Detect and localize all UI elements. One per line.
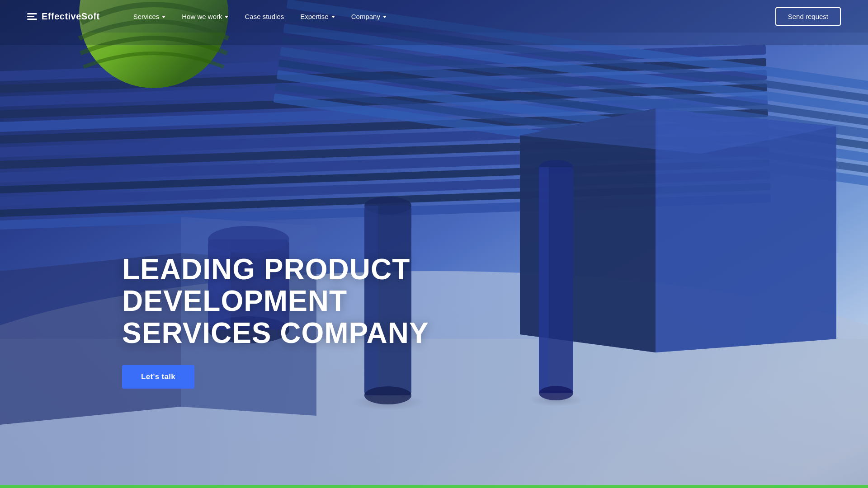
hero-title-line2: SERVICES COMPANY xyxy=(122,317,429,349)
nav-case-studies-label: Case studies xyxy=(245,13,284,20)
nav-actions: Send request xyxy=(775,7,841,26)
nav-menu: Services How we work Case studies Expert… xyxy=(127,9,775,24)
chevron-down-icon xyxy=(383,16,387,18)
svg-rect-39 xyxy=(539,167,549,393)
nav-services-label: Services xyxy=(133,13,160,20)
logo-icon xyxy=(27,13,37,20)
nav-expertise-label: Expertise xyxy=(300,13,329,20)
nav-item-services[interactable]: Services xyxy=(127,9,172,24)
hero-section: EffectiveSoft Services How we work Case … xyxy=(0,0,868,488)
nav-item-how-we-work[interactable]: How we work xyxy=(175,9,235,24)
svg-point-46 xyxy=(529,394,583,406)
navbar: EffectiveSoft Services How we work Case … xyxy=(0,0,868,33)
logo-text: EffectiveSoft xyxy=(42,11,100,22)
nav-how-we-work-label: How we work xyxy=(182,13,222,20)
nav-item-case-studies[interactable]: Case studies xyxy=(238,9,290,24)
bottom-accent-bar xyxy=(0,485,868,488)
send-request-button[interactable]: Send request xyxy=(775,7,841,26)
chevron-down-icon xyxy=(331,16,335,18)
hero-content: LEADING PRODUCT DEVELOPMENT SERVICES COM… xyxy=(122,253,484,389)
nav-item-company[interactable]: Company xyxy=(345,9,393,24)
hero-title: LEADING PRODUCT DEVELOPMENT SERVICES COM… xyxy=(122,253,484,349)
svg-point-45 xyxy=(352,394,424,410)
hero-title-line1: LEADING PRODUCT DEVELOPMENT xyxy=(122,253,410,317)
nav-item-expertise[interactable]: Expertise xyxy=(294,9,341,24)
nav-company-label: Company xyxy=(351,13,380,20)
chevron-down-icon xyxy=(225,16,228,18)
lets-talk-button[interactable]: Let's talk xyxy=(122,365,194,389)
logo[interactable]: EffectiveSoft xyxy=(27,11,100,22)
hero-background xyxy=(0,0,868,488)
svg-point-44 xyxy=(208,226,289,253)
chevron-down-icon xyxy=(162,16,165,18)
